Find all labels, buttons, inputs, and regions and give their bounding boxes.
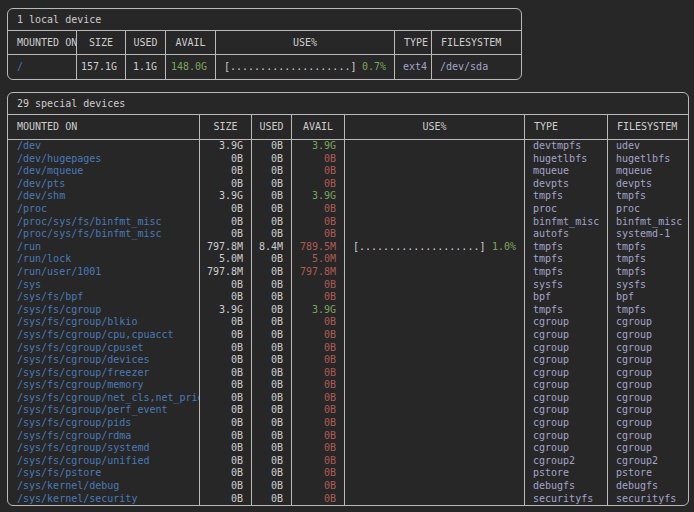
filesystem-cell: cgroup [608,367,688,380]
used-cell: 0B [252,165,292,178]
type-cell: ext4 [395,55,432,79]
type-cell: hugetlbfs [525,153,608,166]
avail-cell: 0B [292,404,345,417]
used-cell: 0B [252,279,292,292]
mount-point-cell: /sys/kernel/debug [8,480,200,493]
mount-point-cell: /sys/fs/cgroup/unified [8,455,200,468]
size-cell: 0B [200,367,252,380]
size-cell: 0B [200,442,252,455]
size-cell: 0B [200,279,252,292]
mount-point-cell: /sys/fs/cgroup/net_cls,net_prio [8,392,200,405]
type-cell: sysfs [525,279,608,292]
avail-cell: 0B [292,354,345,367]
type-cell: cgroup [525,417,608,430]
mount-point-cell: /sys/fs/cgroup/cpuset [8,342,200,355]
avail-cell: 0B [292,379,345,392]
avail-cell: 0B [292,367,345,380]
use-percent-cell [345,266,525,279]
size-cell: 0B [200,493,252,506]
avail-cell: 797.8M [292,266,345,279]
type-cell: cgroup [525,430,608,443]
table-row: /sys/fs/cgroup/unified 0B 0B 0B cgroup2 … [8,455,688,468]
mount-point-cell: /sys [8,279,200,292]
use-percent-cell [345,442,525,455]
table-row: /sys/fs/bpf 0B 0B 0B bpf bpf [8,291,688,304]
filesystem-cell: bpf [608,291,688,304]
mount-point-cell: /run [8,241,200,254]
table-row: /run/lock 5.0M 0B 5.0M tmpfs tmpfs [8,253,688,266]
use-percent-cell [345,203,525,216]
special-devices-table: 29 special devices MOUNTED ON SIZE USED … [7,92,689,506]
mount-point-cell: /dev/pts [8,178,200,191]
size-cell: 0B [200,178,252,191]
mount-point-cell: /sys/fs/cgroup/memory [8,379,200,392]
local-table-body: / 157.1G 1.1G 148.0G [..................… [8,55,521,79]
filesystem-cell: cgroup [608,354,688,367]
size-cell: 0B [200,430,252,443]
table-row: /sys/fs/cgroup/devices 0B 0B 0B cgroup c… [8,354,688,367]
mount-point-cell: /sys/fs/cgroup/freezer [8,367,200,380]
filesystem-cell: sysfs [608,279,688,292]
use-percent-cell [345,291,525,304]
table-row: /run 797.8M 8.4M 789.5M [...............… [8,241,688,254]
table-row: /dev/hugepages 0B 0B 0B hugetlbfs hugetl… [8,153,688,166]
filesystem-cell: cgroup [608,404,688,417]
filesystem-cell: binfmt_misc [608,216,688,229]
use-percent-cell [345,404,525,417]
use-percent-cell [345,417,525,430]
size-cell: 5.0M [200,253,252,266]
type-cell: devpts [525,178,608,191]
header-size: SIZE [200,115,252,139]
used-cell: 0B [252,178,292,191]
header-filesystem: FILESYSTEM [608,115,688,139]
header-type: TYPE [525,115,608,139]
mount-point-cell: /dev [8,140,200,153]
avail-cell: 0B [292,430,345,443]
used-cell: 0B [252,442,292,455]
table-row: /dev/pts 0B 0B 0B devpts devpts [8,178,688,191]
use-percent-cell [345,140,525,153]
type-cell: cgroup [525,342,608,355]
mount-point-cell: /sys/fs/pstore [8,467,200,480]
used-cell: 0B [252,216,292,229]
header-use-percent: USE% [345,115,525,139]
filesystem-cell: cgroup [608,379,688,392]
use-percent-cell [345,178,525,191]
type-cell: tmpfs [525,266,608,279]
table-row: /sys/fs/cgroup/memory 0B 0B 0B cgroup cg… [8,379,688,392]
mount-point-cell: /sys/kernel/security [8,493,200,506]
size-cell: 0B [200,467,252,480]
table-row: /sys/fs/cgroup/perf_event 0B 0B 0B cgrou… [8,404,688,417]
avail-cell: 0B [292,203,345,216]
type-cell: tmpfs [525,190,608,203]
used-cell: 1.1G [126,55,166,79]
mount-point-cell: /run/lock [8,253,200,266]
type-cell: cgroup2 [525,455,608,468]
header-use-percent: USE% [216,31,395,54]
used-cell: 0B [252,493,292,506]
size-cell: 3.9G [200,190,252,203]
type-cell: bpf [525,291,608,304]
header-used: USED [126,31,166,54]
use-percent-cell [345,354,525,367]
use-percent-cell: [....................] 0.7% [216,55,395,79]
use-percent-cell [345,153,525,166]
size-cell: 0B [200,153,252,166]
table-row: /sys/kernel/security 0B 0B 0B securityfs… [8,493,688,506]
header-avail: AVAIL [166,31,216,54]
type-cell: securityfs [525,493,608,506]
usage-percent: 0.7% [362,55,386,79]
used-cell: 8.4M [252,241,292,254]
header-used: USED [252,115,292,139]
mount-point-cell: /sys/fs/cgroup/blkio [8,316,200,329]
mount-point-cell: /sys/fs/cgroup/systemd [8,442,200,455]
mount-point-cell: /dev/mqueue [8,165,200,178]
filesystem-cell: cgroup [608,442,688,455]
used-cell: 0B [252,417,292,430]
used-cell: 0B [252,392,292,405]
type-cell: devtmpfs [525,140,608,153]
mount-point-cell: /run/user/1001 [8,266,200,279]
used-cell: 0B [252,467,292,480]
size-cell: 0B [200,165,252,178]
table-row: /sys/fs/cgroup/freezer 0B 0B 0B cgroup c… [8,367,688,380]
